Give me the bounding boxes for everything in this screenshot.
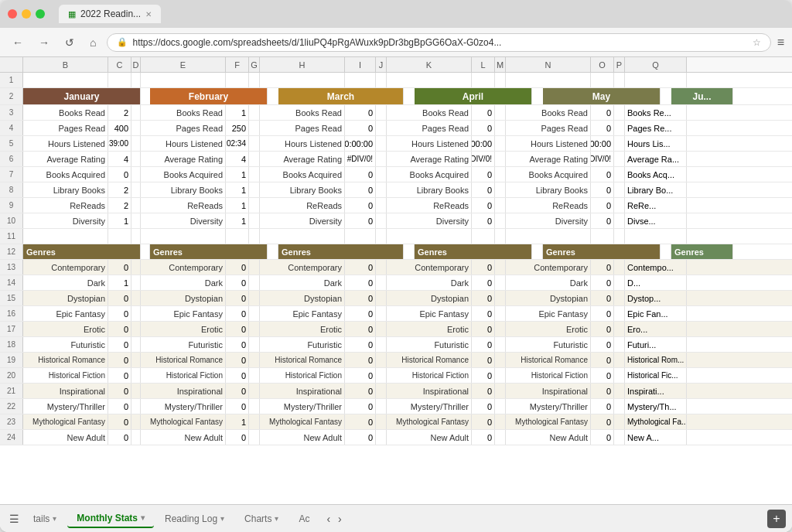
cell[interactable] [249,152,260,166]
col-header-c[interactable]: C [108,57,131,72]
cell[interactable]: Contempo... [625,260,687,275]
cell[interactable]: 0 [472,399,495,414]
col-header-m[interactable]: M [495,57,506,72]
cell-label[interactable]: Books Acquired [506,167,591,182]
sheet-scroll-left-icon[interactable]: ‹ [323,510,333,528]
maximize-button[interactable] [36,9,45,19]
cell-label[interactable]: Historical Romance [506,353,591,367]
cell[interactable]: 4 [226,152,249,166]
cell[interactable]: 400 [108,121,131,135]
cell-label[interactable]: ReReads [260,198,345,213]
cell-label[interactable]: Library Books [506,182,591,197]
cell[interactable] [376,275,387,290]
cell[interactable]: 0:00:00 [591,136,614,151]
sheet-tab-charts[interactable]: Charts ▾ [235,510,288,527]
col-header-l[interactable]: L [472,57,495,72]
cell[interactable]: 0 [345,260,376,275]
cell[interactable]: 0 [345,306,376,321]
cell-label[interactable]: Books Read [506,105,591,120]
jan-header[interactable]: January [23,88,141,104]
cell[interactable] [376,337,387,352]
cell[interactable]: Divse... [625,213,687,228]
cell[interactable] [506,229,591,244]
cell[interactable] [614,337,625,352]
cell[interactable] [614,182,625,197]
cell-label[interactable]: Hours Listened [141,136,226,151]
cell[interactable]: 0 [108,384,131,398]
cell[interactable]: Average Ra... [625,152,687,166]
cell-label[interactable]: Inspirational [23,384,108,398]
cell[interactable]: 0 [472,414,495,429]
cell-label[interactable]: Futuristic [141,337,226,352]
col-header-i[interactable]: I [345,57,376,72]
cell[interactable]: 1 [226,167,249,182]
col-header-o[interactable]: O [591,57,614,72]
cell[interactable] [495,213,506,228]
cell[interactable] [376,152,387,166]
cell-label[interactable]: Erotic [387,322,472,336]
cell[interactable]: 0 [591,353,614,367]
cell[interactable]: 0 [345,167,376,182]
cell[interactable]: 1 [226,198,249,213]
jan-genres-header[interactable]: Genres [23,244,141,259]
cell[interactable]: 0 [591,306,614,321]
cell[interactable]: 0 [472,275,495,290]
cell[interactable] [131,121,141,135]
cell-label[interactable]: Dark [506,275,591,290]
cell-label[interactable]: Pages Read [260,121,345,135]
cell[interactable] [495,229,506,244]
cell[interactable] [249,229,260,244]
cell[interactable] [260,229,345,244]
cell[interactable]: 0 [226,260,249,275]
cell[interactable] [472,73,495,87]
cell-label[interactable]: Mythological Fantasy [260,414,345,429]
cell-label[interactable]: Contemporary [141,260,226,275]
cell[interactable] [376,322,387,336]
cell-label[interactable]: Library Books [23,182,108,197]
mar-header[interactable]: March [278,88,404,104]
cell[interactable]: 0 [591,182,614,197]
cell[interactable] [376,121,387,135]
cell[interactable]: 0 [345,337,376,352]
cell[interactable]: 0 [108,430,131,445]
cell[interactable]: 1 [108,275,131,290]
cell[interactable] [249,399,260,414]
cell-label[interactable]: Futuristic [387,337,472,352]
cell[interactable]: 0:00:00 [345,136,376,151]
cell[interactable]: 0 [226,306,249,321]
cell[interactable] [614,275,625,290]
cell[interactable]: 0 [226,368,249,383]
cell[interactable]: 0 [345,368,376,383]
cell-label[interactable]: New Adult [506,430,591,445]
cell[interactable] [376,213,387,228]
cell[interactable] [495,136,506,151]
cell[interactable] [495,105,506,120]
cell-label[interactable]: Epic Fantasy [141,306,226,321]
cell[interactable] [131,291,141,305]
back-button[interactable]: ← [8,33,28,52]
cell[interactable]: 0 [108,337,131,352]
cell[interactable] [661,244,671,259]
cell[interactable] [249,198,260,213]
cell[interactable]: 0 [345,414,376,429]
cell-label[interactable]: Books Read [141,105,226,120]
col-header-j[interactable]: J [376,57,387,72]
cell[interactable] [108,229,131,244]
cell[interactable] [495,121,506,135]
col-header-k[interactable]: K [387,57,472,72]
cell-label[interactable]: Mystery/Thriller [260,399,345,414]
cell[interactable] [614,368,625,383]
cell[interactable] [614,121,625,135]
cell[interactable]: 0 [108,353,131,367]
cell-label[interactable]: Average Rating [387,152,472,166]
cell[interactable] [614,167,625,182]
cell[interactable] [614,136,625,151]
cell[interactable]: 2 [108,105,131,120]
cell-label[interactable]: Dark [23,275,108,290]
cell-label[interactable]: Library Books [260,182,345,197]
cell[interactable]: 0 [591,275,614,290]
cell[interactable]: 0 [108,414,131,429]
cell-label[interactable]: ReReads [141,198,226,213]
cell[interactable]: 0 [345,213,376,228]
cell[interactable] [131,182,141,197]
